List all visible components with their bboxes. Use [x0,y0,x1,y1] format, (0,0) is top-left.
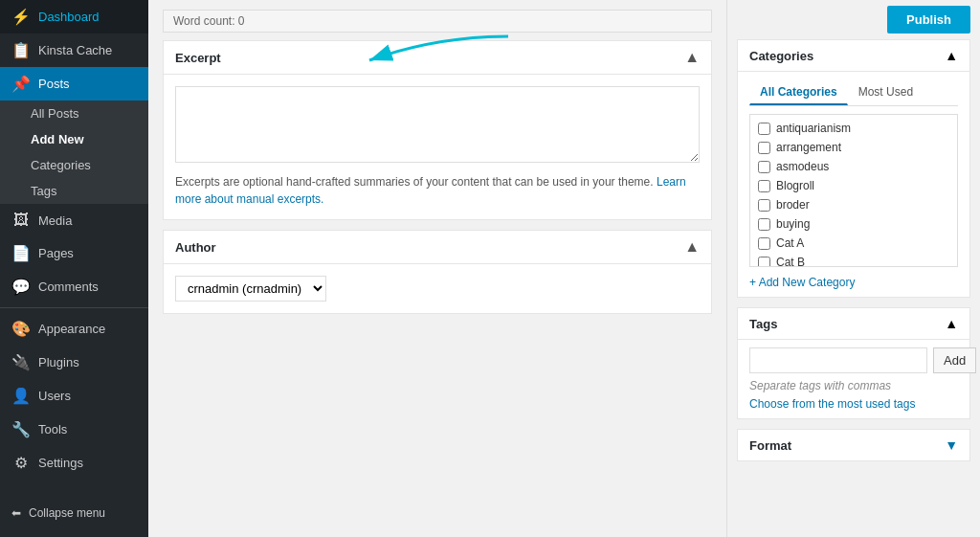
sidebar-item-media[interactable]: 🖼 Media [0,204,148,236]
posts-submenu: All Posts Add New Categories Tags [0,101,148,204]
sidebar-item-label: Users [38,389,71,403]
excerpt-desc-text: Excerpts are optional hand-crafted summa… [175,175,654,189]
excerpt-description: Excerpts are optional hand-crafted summa… [175,173,700,208]
sidebar-item-label: Settings [38,456,83,470]
comments-icon: 💬 [11,278,31,296]
appearance-icon: 🎨 [11,320,31,338]
excerpt-toggle-icon[interactable]: ▲ [684,49,700,66]
tags-input-row: Add [749,347,958,373]
sidebar-item-label: Tools [38,422,67,436]
category-label: Cat A [776,236,804,250]
editor-column: Word count: 0 Excerpt ▲ [148,0,726,537]
cat-tab-most-used[interactable]: Most Used [848,79,924,105]
category-checkbox-antiquarianism[interactable] [758,123,770,135]
sidebar-item-label: Pages [38,246,74,260]
sidebar-item-label: Dashboard [38,10,100,24]
word-count-label: Word count: [173,14,234,28]
excerpt-textarea[interactable] [175,86,700,163]
category-checkbox-asmodeus[interactable] [758,161,770,173]
pages-icon: 📄 [11,244,31,262]
tags-hint: Separate tags with commas [749,379,958,392]
sidebar-item-users[interactable]: 👤 Users [0,379,148,413]
excerpt-metabox-header[interactable]: Excerpt ▲ [164,41,711,75]
category-label: Blogroll [776,179,814,192]
categories-box-header[interactable]: Categories ▲ [738,40,969,72]
author-metabox-content: crnadmin (crnadmin) [164,264,711,313]
cat-tab-all[interactable]: All Categories [749,79,848,105]
right-sidebar: Publish Categories ▲ All Categories Most… [726,0,980,537]
sidebar-item-plugins[interactable]: 🔌 Plugins [0,346,148,379]
format-toggle-icon[interactable]: ▼ [945,437,958,453]
sidebar-item-settings[interactable]: ⚙ Settings [0,446,148,480]
category-checkbox-blogroll[interactable] [758,180,770,192]
category-checkbox-cat-a[interactable] [758,237,770,250]
tags-box-content: Add Separate tags with commas Choose fro… [738,340,969,418]
sidebar-item-pages[interactable]: 📄 Pages [0,236,148,270]
sidebar-item-tools[interactable]: 🔧 Tools [0,413,148,446]
sidebar-item-comments[interactable]: 💬 Comments [0,270,148,303]
collapse-icon: ⬅ [11,506,21,520]
tags-toggle-icon[interactable]: ▲ [945,316,958,331]
tags-box-header[interactable]: Tags ▲ [738,308,969,340]
word-count-value: 0 [238,14,245,28]
sidebar-item-appearance[interactable]: 🎨 Appearance [0,312,148,346]
sidebar-item-label: Comments [38,280,99,294]
tags-choose-link[interactable]: Choose from the most used tags [749,397,915,411]
kinsta-icon: 📋 [11,41,31,59]
posts-icon: 📌 [11,75,31,93]
sidebar: ⚡ Dashboard 📋 Kinsta Cache 📌 Posts All P… [0,0,148,537]
category-label: asmodeus [776,160,829,173]
submenu-add-new[interactable]: Add New [0,126,148,152]
dashboard-icon: ⚡ [11,8,31,26]
category-checkbox-broder[interactable] [758,199,770,212]
sidebar-divider [0,307,148,308]
sidebar-item-dashboard[interactable]: ⚡ Dashboard [0,0,148,34]
category-checkbox-buying[interactable] [758,218,770,231]
author-toggle-icon[interactable]: ▲ [684,238,700,256]
sidebar-item-posts[interactable]: 📌 Posts [0,67,148,101]
category-item: broder [754,195,953,214]
format-title: Format [749,438,791,453]
publish-button[interactable]: Publish [887,6,970,34]
category-label: Cat B [776,256,805,267]
tags-box: Tags ▲ Add Separate tags with commas Cho… [737,307,970,419]
category-item: Cat A [754,234,953,253]
plugins-icon: 🔌 [11,353,31,371]
category-item: Cat B [754,253,953,267]
category-checkbox-arrangement[interactable] [758,142,770,154]
categories-toggle-icon[interactable]: ▲ [945,48,958,63]
tags-input[interactable] [749,347,927,373]
category-checkbox-cat-b[interactable] [758,257,770,268]
categories-title: Categories [749,49,813,63]
category-label: arrangement [776,141,841,154]
tags-add-button[interactable]: Add [933,347,976,373]
tags-title: Tags [749,317,777,331]
submenu-categories[interactable]: Categories [0,152,148,178]
sidebar-item-kinsta-cache[interactable]: 📋 Kinsta Cache [0,34,148,67]
author-select[interactable]: crnadmin (crnadmin) [175,276,326,302]
excerpt-metabox-content: Excerpts are optional hand-crafted summa… [164,75,711,219]
word-count-bar: Word count: 0 [163,10,712,33]
submenu-all-posts[interactable]: All Posts [0,101,148,126]
users-icon: 👤 [11,387,31,405]
category-item: arrangement [754,138,953,157]
category-label: buying [776,217,810,231]
collapse-menu-button[interactable]: ⬅ Collapse menu [0,499,148,527]
sidebar-item-label: Media [38,213,72,228]
format-box: Format ▼ [737,429,970,461]
author-metabox-header[interactable]: Author ▲ [164,231,711,264]
media-icon: 🖼 [11,212,31,229]
format-box-header[interactable]: Format ▼ [738,430,969,460]
sidebar-item-label: Kinsta Cache [38,43,112,57]
categories-tabs: All Categories Most Used [749,79,958,106]
add-new-category-link[interactable]: + Add New Category [749,276,855,289]
submenu-tags[interactable]: Tags [0,178,148,204]
category-item: antiquarianism [754,119,953,138]
category-label: antiquarianism [776,122,851,135]
publish-btn-wrap: Publish [737,0,970,39]
excerpt-title: Excerpt [175,51,221,65]
category-item: asmodeus [754,157,953,176]
category-label: broder [776,198,810,212]
content-area: Word count: 0 Excerpt ▲ [148,0,980,537]
author-title: Author [175,240,216,255]
